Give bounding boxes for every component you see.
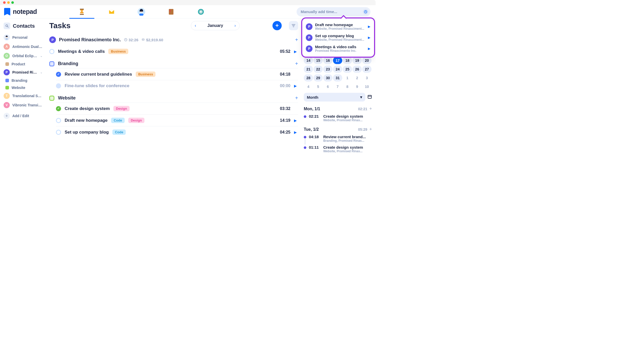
calendar-day[interactable]: 4 <box>304 83 313 90</box>
add-to-group[interactable]: + <box>295 61 298 67</box>
task-name[interactable]: Fine-tune slides for conference <box>65 83 129 88</box>
task-time: 03:32 <box>280 106 290 111</box>
calendar-day[interactable]: 3 <box>362 74 371 82</box>
day-total: 02:21 <box>358 107 367 111</box>
group-name[interactable]: Website <box>58 95 76 101</box>
task-checkbox[interactable] <box>56 83 61 88</box>
timeline-entry[interactable]: 04:18 Review current brand... Branding, … <box>304 135 372 143</box>
range-select[interactable]: Month ▾ <box>304 93 365 102</box>
calendar-day[interactable]: 2 <box>353 74 362 82</box>
add-task-button[interactable]: + <box>272 21 282 30</box>
task-name[interactable]: Review current brand guidelines <box>65 72 132 77</box>
sidebar-item-personal[interactable]: Personal <box>2 33 44 42</box>
task-name[interactable]: Meetings & video calls <box>58 49 105 54</box>
calendar-day[interactable]: 20 <box>362 57 371 64</box>
chevron-left-icon[interactable]: ‹ <box>194 23 197 28</box>
calendar-day[interactable]: 8 <box>343 83 352 90</box>
sidebar-item[interactable]: T Translational Symmet... <box>2 91 44 100</box>
calendar-day[interactable]: 9 <box>353 83 362 90</box>
play-button[interactable]: ▶ <box>294 118 298 123</box>
sidebar-search[interactable] <box>4 23 10 29</box>
task-name[interactable]: Draft new homepage <box>65 118 107 123</box>
add-to-project[interactable]: + <box>295 37 298 43</box>
suggestion-item[interactable]: P Set up company blog Website, Promised … <box>304 32 372 43</box>
sidebar-subitem[interactable]: Website <box>2 84 44 91</box>
calendar-day[interactable]: 6 <box>323 83 332 90</box>
play-button[interactable]: ▶ <box>294 49 298 54</box>
task-checkbox[interactable] <box>49 49 54 54</box>
project-avatar: P <box>306 45 312 52</box>
time-value: 32:26 <box>129 38 138 42</box>
project-avatar: P <box>306 34 312 41</box>
calendar-day[interactable]: 22 <box>314 66 323 73</box>
calendar-day[interactable]: 25 <box>343 66 352 73</box>
task-checkbox[interactable] <box>56 72 61 77</box>
sidebar-item[interactable]: A Antimonic Dual AG <box>2 42 44 51</box>
calendar-day[interactable]: 1 <box>343 74 352 82</box>
nav-timer[interactable] <box>78 8 86 16</box>
calendar-day[interactable]: 10 <box>362 83 371 90</box>
svg-rect-17 <box>368 95 371 98</box>
play-button[interactable]: ▶ <box>294 130 298 134</box>
calendar-day[interactable]: 17 <box>333 57 342 64</box>
calendar-day[interactable]: 23 <box>323 66 332 73</box>
calendar-day[interactable]: 14 <box>304 57 313 64</box>
add-entry-button[interactable]: + <box>369 127 372 132</box>
mini-calendar: 14151617181920 21222324252627 2829303112… <box>304 57 372 102</box>
calendar-day[interactable]: 5 <box>314 83 323 90</box>
add-entry-button[interactable]: + <box>369 106 372 112</box>
calendar-day[interactable]: 18 <box>343 57 352 64</box>
app-logo[interactable]: notepad <box>4 8 37 16</box>
calendar-day[interactable]: 27 <box>362 66 371 73</box>
calendar-day[interactable]: 26 <box>353 66 362 73</box>
bookmark-icon <box>4 8 10 16</box>
calendar-day[interactable]: 28 <box>304 74 313 82</box>
sidebar-item[interactable]: P Promised Rinascimen... ⌄ <box>2 68 44 77</box>
nav-mail[interactable] <box>108 8 115 16</box>
nav-notebook[interactable] <box>167 8 175 16</box>
window-close[interactable] <box>3 1 6 4</box>
month-picker[interactable]: ‹ January › <box>191 21 240 30</box>
sidebar-title: Contacts <box>13 23 35 29</box>
sidebar-subitem[interactable]: Branding <box>2 77 44 84</box>
nav-settings[interactable] <box>197 8 205 16</box>
add-to-group[interactable]: + <box>295 95 298 101</box>
calendar-day[interactable]: 31 <box>333 74 342 82</box>
chevron-right-icon[interactable]: › <box>233 23 237 28</box>
filter-button[interactable] <box>289 21 298 30</box>
task-checkbox[interactable] <box>56 118 61 123</box>
calendar-day[interactable]: 7 <box>333 83 342 90</box>
sidebar-item[interactable]: O Orbital Eclipse LLC ⌄ <box>2 51 44 60</box>
sidebar-item[interactable]: V Vibronic Transition G... <box>2 100 44 110</box>
calendar-day[interactable]: 15 <box>314 57 323 64</box>
entry-title: Create design system <box>323 114 372 118</box>
time-input[interactable] <box>301 9 361 14</box>
color-swatch <box>5 86 9 89</box>
calendar-day[interactable]: 29 <box>314 74 323 82</box>
timeline-entry[interactable]: 02:21 Create design system Website, Prom… <box>304 114 372 122</box>
clock-button[interactable] <box>363 9 368 15</box>
calendar-day[interactable]: 21 <box>304 66 313 73</box>
entry-time: 01:11 <box>309 145 321 153</box>
manual-time-field[interactable] <box>297 7 370 16</box>
task-checkbox[interactable] <box>56 106 61 111</box>
window-minimize[interactable] <box>7 1 10 4</box>
nav-profile[interactable] <box>138 8 145 16</box>
calendar-day[interactable]: 30 <box>323 74 332 82</box>
sidebar-add-edit[interactable]: + Add / Edit <box>2 111 44 120</box>
group-name[interactable]: Branding <box>58 61 78 66</box>
task-checkbox[interactable] <box>56 130 61 135</box>
suggestion-item[interactable]: P Meetings & video calls Promised Rinasc… <box>304 43 372 54</box>
calendar-day[interactable]: 16 <box>323 57 332 64</box>
calendar-day[interactable]: 19 <box>353 57 362 64</box>
suggestion-item[interactable]: P Draft new homepage Website, Promised R… <box>304 21 372 32</box>
calendar-button[interactable] <box>367 94 372 100</box>
sidebar-subitem[interactable]: Product <box>2 60 44 68</box>
task-name[interactable]: Set up company blog <box>65 130 109 135</box>
calendar-day[interactable]: 24 <box>333 66 342 73</box>
play-button[interactable]: ▶ <box>294 84 298 88</box>
window-maximize[interactable] <box>11 1 14 4</box>
task-name[interactable]: Create design system <box>65 106 110 111</box>
timeline-entry[interactable]: 01:11 Create design system Website, Prom… <box>304 145 372 153</box>
svg-point-16 <box>142 39 144 40</box>
